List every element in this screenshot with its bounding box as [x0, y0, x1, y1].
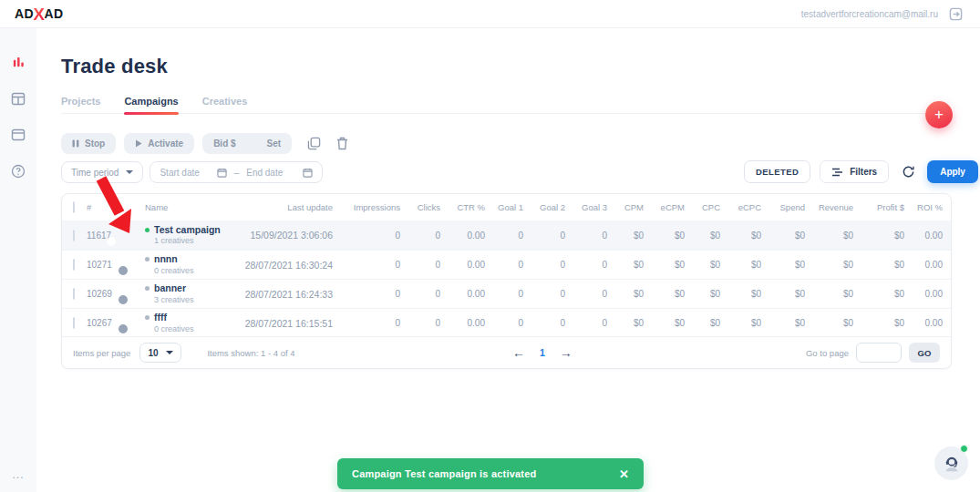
sidebar-item-statistics[interactable] — [0, 44, 36, 80]
campaign-name: banner — [154, 282, 186, 294]
tab-projects[interactable]: Projects — [61, 96, 100, 113]
header-checkbox-cell — [62, 202, 87, 212]
chevron-down-icon — [166, 351, 173, 354]
duplicate-button[interactable] — [304, 134, 324, 154]
support-agent-icon — [942, 454, 962, 474]
chevron-down-icon — [126, 170, 133, 174]
date-range-control: Start date – End date — [150, 161, 323, 183]
campaign-name-link[interactable]: banner — [145, 282, 232, 294]
tab-campaigns[interactable]: Campaigns — [124, 96, 178, 113]
campaign-name-link[interactable]: ffff — [145, 312, 232, 323]
campaign-name-link[interactable]: nnnn — [145, 253, 232, 265]
table-row: 10269banner3 creatives28/07/2021 16:24:3… — [62, 279, 951, 308]
metric-cell: 0 — [485, 289, 523, 299]
bid-label: Bid $ — [213, 138, 235, 149]
logout-icon[interactable] — [945, 4, 965, 24]
add-campaign-button[interactable]: + — [925, 101, 953, 128]
metric-cell: $0 — [644, 231, 685, 241]
metric-cell: $0 — [720, 231, 761, 241]
deleted-filter-button[interactable]: DELETED — [744, 160, 810, 183]
go-button[interactable]: GO — [909, 343, 940, 363]
time-period-label: Time period — [71, 168, 119, 178]
metric-cell: $0 — [685, 289, 720, 299]
go-to-page-input[interactable] — [856, 343, 902, 363]
column-header: Profit $ — [853, 202, 904, 212]
column-header: CPM — [607, 202, 644, 212]
metric-cell: $0 — [853, 289, 904, 299]
end-date-input[interactable]: End date — [246, 168, 295, 178]
bid-set-control[interactable]: Bid $ Set — [202, 133, 292, 154]
date-range-dash: – — [234, 168, 240, 178]
sidebar-item-help[interactable] — [0, 153, 36, 190]
metric-cell: $0 — [644, 318, 685, 328]
creatives-count: 1 creatives — [154, 236, 232, 246]
table-header-row: #NameLast updateImpressionsClicksCTR %Go… — [62, 194, 951, 220]
metric-cell: $0 — [720, 318, 761, 328]
calendar-icon[interactable] — [303, 168, 313, 178]
sidebar-more-icon[interactable]: ... — [0, 468, 36, 481]
apply-button[interactable]: Apply — [927, 160, 978, 183]
campaign-name: nnnn — [154, 253, 178, 265]
table-body: 11617Test campaign1 creatives15/09/2021 … — [62, 220, 951, 337]
support-chat-button[interactable] — [934, 446, 968, 480]
campaign-name-link[interactable]: Test campaign — [145, 224, 232, 236]
row-checkbox[interactable] — [73, 288, 75, 300]
campaign-name: ffff — [154, 312, 167, 323]
next-page-button[interactable]: → — [560, 345, 573, 360]
metric-cell: 0 — [565, 289, 607, 299]
delete-button[interactable] — [332, 134, 352, 154]
metric-cell: 0.00 — [904, 318, 943, 328]
toast-notification: Campaign Test campaign is activated ✕ — [337, 458, 644, 489]
column-header: Goal 1 — [485, 202, 523, 212]
metric-cell: 0 — [400, 260, 440, 270]
campaign-name-cell: ffff0 creatives — [145, 312, 232, 333]
row-checkbox[interactable] — [73, 259, 75, 271]
trash-icon — [336, 137, 348, 150]
select-all-checkbox[interactable] — [73, 201, 75, 213]
page-number[interactable]: 1 — [540, 347, 545, 358]
go-to-page-label: Go to page — [806, 348, 849, 358]
toast-close-icon[interactable]: ✕ — [619, 467, 629, 481]
copy-icon — [307, 137, 321, 150]
metric-cell: 0 — [333, 318, 400, 328]
campaign-id: 10267 — [87, 318, 117, 328]
activate-button[interactable]: Activate — [124, 133, 194, 154]
filters-button[interactable]: Filters — [820, 160, 889, 183]
column-header: CTR % — [440, 202, 485, 212]
metric-cell: 0.00 — [904, 231, 943, 241]
metric-cell: $0 — [644, 289, 685, 299]
bulk-actions-toolbar: Stop Activate Bid $ Set — [61, 133, 352, 154]
column-header: Goal 2 — [523, 202, 565, 212]
metric-cell: 0 — [485, 231, 523, 241]
row-checkbox-cell — [62, 289, 87, 299]
column-header-id: # — [87, 202, 117, 212]
time-period-select[interactable]: Time period — [61, 161, 143, 183]
adxad-logo[interactable]: ADXAD — [15, 5, 64, 23]
sidebar-item-billing[interactable] — [0, 117, 36, 153]
column-header: CPC — [685, 202, 720, 212]
metric-cell: $0 — [805, 318, 853, 328]
row-checkbox[interactable] — [73, 230, 75, 241]
table-row: 11617Test campaign1 creatives15/09/2021 … — [62, 220, 951, 250]
creatives-count: 0 creatives — [154, 266, 232, 276]
refresh-button[interactable] — [898, 162, 918, 182]
calendar-icon[interactable] — [217, 168, 227, 178]
items-shown-label: Items shown: 1 - 4 of 4 — [207, 348, 294, 358]
metric-cell: $0 — [720, 260, 761, 270]
start-date-input[interactable]: Start date — [160, 168, 209, 178]
prev-page-button[interactable]: ← — [512, 345, 525, 360]
metric-cell: 0 — [485, 318, 523, 328]
row-checkbox[interactable] — [73, 317, 75, 329]
metric-cell: 0 — [565, 260, 607, 270]
refresh-icon — [902, 165, 915, 179]
stop-button[interactable]: Stop — [61, 133, 116, 154]
set-button[interactable]: Set — [267, 138, 282, 149]
creatives-count: 3 creatives — [154, 295, 232, 305]
credit-card-icon — [11, 128, 26, 141]
sidebar-item-trade-desk[interactable] — [0, 80, 36, 117]
metric-cell: 0 — [523, 289, 565, 299]
metric-cell: 0 — [333, 231, 400, 241]
items-per-page-select[interactable]: 10 — [139, 343, 181, 363]
items-per-page-label: Items per page — [73, 348, 130, 358]
tab-creatives[interactable]: Creatives — [202, 96, 248, 113]
